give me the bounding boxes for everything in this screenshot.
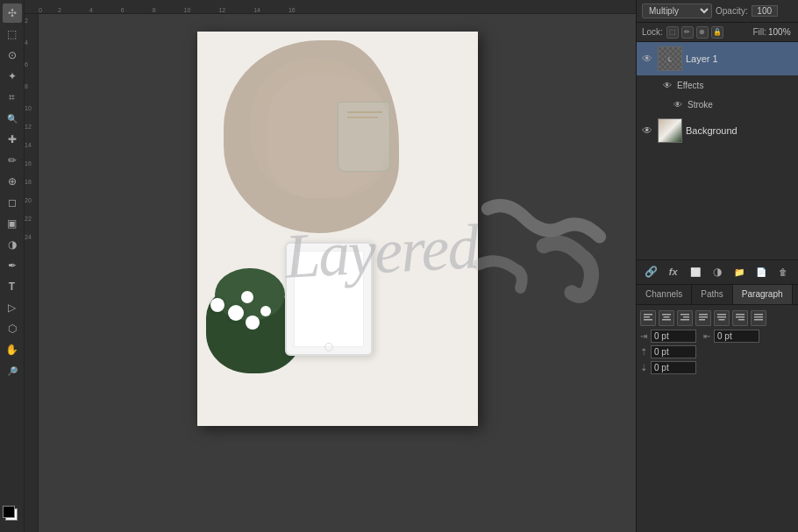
space-before-input[interactable] (651, 345, 696, 358)
gradient-tool[interactable]: ▣ (3, 214, 22, 233)
pen-tool[interactable]: ✒ (3, 256, 22, 275)
opacity-label: Opacity: (716, 6, 748, 16)
lock-icons-group: ⬚ ✏ ⊕ 🔒 (666, 26, 723, 39)
tablet-device (285, 242, 373, 356)
justify-left-button[interactable] (695, 310, 711, 326)
flower-4 (246, 316, 260, 330)
panel-bottom-icons: 🔗 fx ⬜ ◑ 📁 📄 🗑 (637, 259, 798, 284)
glass-jar (338, 102, 390, 172)
move-tool[interactable]: ✣ (3, 4, 22, 23)
layer1-thumbnail: L (658, 46, 682, 71)
lasso-tool[interactable]: ⊙ (3, 46, 22, 65)
spot-healing-tool[interactable]: ✚ (3, 130, 22, 149)
svg-rect-15 (736, 314, 745, 316)
align-right-button[interactable] (677, 310, 693, 326)
fill-area: Fill: 100% (752, 27, 793, 37)
background-visibility-toggle[interactable]: 👁 (640, 124, 654, 138)
background-layer-name: Background (686, 125, 794, 136)
effects-row: 👁 Effects (637, 75, 798, 95)
type-tool[interactable]: T (3, 277, 22, 296)
layer-row-layer1[interactable]: 👁 L Layer 1 (637, 42, 798, 75)
flower-2 (228, 305, 244, 321)
svg-rect-7 (683, 316, 689, 318)
svg-rect-19 (754, 316, 763, 318)
quick-select-tool[interactable]: ✦ (3, 67, 22, 86)
new-layer-button[interactable]: 📄 (752, 263, 770, 280)
delete-layer-button[interactable]: 🗑 (774, 263, 792, 280)
svg-rect-9 (699, 314, 708, 316)
svg-rect-16 (736, 316, 745, 318)
opacity-input[interactable] (752, 5, 778, 17)
hand-tool[interactable]: ✋ (3, 340, 22, 359)
svg-rect-6 (680, 314, 689, 316)
crop-tool[interactable]: ⌗ (3, 88, 22, 107)
shape-tool[interactable]: ⬡ (3, 319, 22, 338)
lock-position-btn[interactable]: ⊕ (696, 26, 709, 39)
flower-1 (210, 298, 224, 312)
tablet-home-button (324, 343, 333, 351)
adjustment-layer-button[interactable]: ◑ (709, 263, 726, 280)
justify-right-button[interactable] (732, 310, 748, 326)
justify-center-button[interactable] (714, 310, 730, 326)
left-ruler: 2 4 6 8 10 12 14 16 18 20 22 24 (25, 14, 39, 532)
fill-value: 100% (768, 27, 793, 37)
justify-all-button[interactable] (751, 310, 766, 326)
svg-rect-17 (738, 319, 745, 321)
svg-rect-8 (680, 319, 689, 321)
brush-stroke-overlay (469, 189, 618, 312)
top-ruler: 0 2 4 6 8 10 12 14 16 (25, 0, 636, 14)
blend-mode-bar: Multiply Normal Screen Overlay Opacity: (637, 0, 798, 23)
blend-mode-select[interactable]: Multiply Normal Screen Overlay (642, 4, 712, 18)
paths-tab[interactable]: Paths (692, 285, 733, 304)
link-layers-button[interactable]: 🔗 (643, 263, 660, 280)
clone-stamp-tool[interactable]: ⊕ (3, 172, 22, 191)
space-after-input[interactable] (651, 361, 696, 374)
align-buttons-row (640, 310, 794, 326)
paragraph-tab[interactable]: Paragraph (733, 285, 793, 304)
lock-image-btn[interactable]: ✏ (681, 26, 694, 39)
paragraph-panel: ⇥ ⇤ ⇡ ⇣ (637, 305, 798, 533)
indent-left-input[interactable] (651, 330, 696, 343)
brush-tool[interactable]: ✏ (3, 151, 22, 170)
bottom-panel-tabs: Channels Paths Paragraph (637, 284, 798, 305)
lock-label: Lock: (642, 27, 663, 37)
eraser-tool[interactable]: ◻ (3, 193, 22, 212)
background-thumbnail (658, 118, 682, 143)
layer-row-background[interactable]: 👁 Background (637, 114, 798, 147)
canvas-row: 2 4 6 8 10 12 14 16 18 20 22 24 (25, 14, 636, 532)
stroke-row[interactable]: 👁 Stroke (637, 95, 798, 114)
indent-right-input[interactable] (714, 330, 759, 343)
main-canvas[interactable]: Layered (39, 14, 636, 532)
effects-visibility[interactable]: 👁 (661, 79, 673, 91)
path-selection-tool[interactable]: ▷ (3, 298, 22, 317)
lock-transparent-btn[interactable]: ⬚ (666, 26, 679, 39)
lock-bar: Lock: ⬚ ✏ ⊕ 🔒 Fill: 100% (637, 23, 798, 42)
layer-mask-button[interactable]: ⬜ (687, 263, 704, 280)
canvas-area-wrapper: 0 2 4 6 8 10 12 14 16 2 4 6 8 10 12 14 1… (25, 0, 636, 532)
stroke-label: Stroke (688, 100, 713, 110)
tablet-screen (294, 251, 364, 347)
space-after-group: ⇣ (640, 361, 794, 374)
align-center-button[interactable] (659, 310, 674, 326)
layer1-name: Layer 1 (686, 53, 794, 64)
lock-all-btn[interactable]: 🔒 (711, 26, 723, 39)
left-toolbar: ✣ ⬚ ⊙ ✦ ⌗ 🔍 ✚ ✏ ⊕ ◻ ▣ ◑ ✒ T ▷ ⬡ ✋ 🔎 (0, 0, 25, 532)
stroke-visibility[interactable]: 👁 (672, 98, 684, 110)
flower-3 (241, 291, 253, 303)
channels-tab[interactable]: Channels (637, 285, 692, 304)
svg-rect-0 (644, 314, 652, 316)
color-swatches[interactable] (3, 506, 22, 525)
align-left-button[interactable] (640, 310, 656, 326)
layer-group-button[interactable]: 📁 (730, 263, 748, 280)
svg-rect-5 (662, 319, 671, 321)
svg-rect-14 (719, 319, 725, 321)
marquee-tool[interactable]: ⬚ (3, 25, 22, 44)
layer1-visibility-toggle[interactable]: 👁 (640, 52, 654, 66)
layer-effects-button[interactable]: fx (665, 263, 682, 280)
zoom-tool[interactable]: 🔎 (3, 361, 22, 380)
dodge-tool[interactable]: ◑ (3, 235, 22, 254)
eyedropper-tool[interactable]: 🔍 (3, 109, 22, 128)
layers-panel: 👁 L Layer 1 👁 Effects 👁 Stroke 👁 Backgro… (637, 42, 798, 259)
space-after-icon: ⇣ (640, 363, 647, 372)
svg-rect-20 (754, 319, 763, 321)
